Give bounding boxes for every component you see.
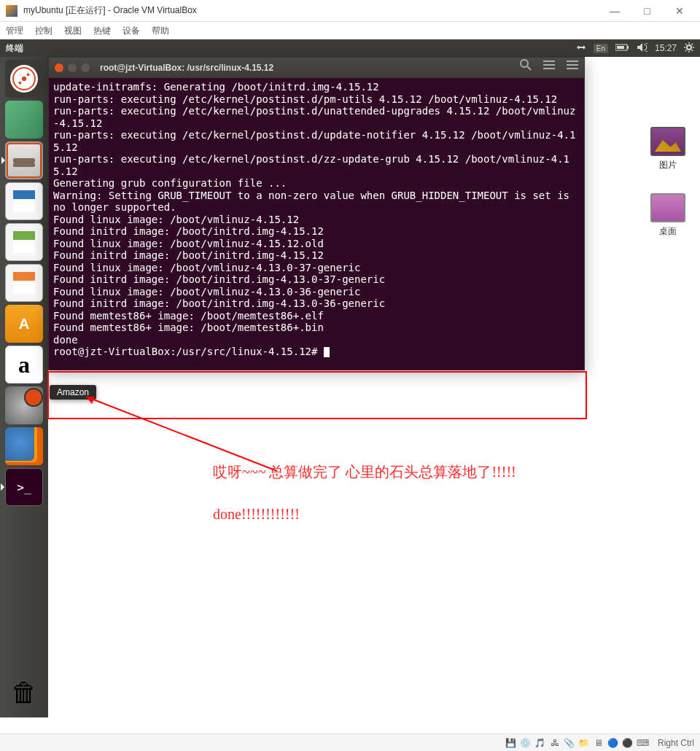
svg-rect-2 — [617, 46, 624, 49]
terminal-body[interactable]: update-initramfs: Generating /boot/initr… — [49, 78, 584, 370]
close-button[interactable]: ✕ — [665, 5, 694, 17]
vbox-window-title: myUbuntu [正在运行] - Oracle VM VirtualBox — [23, 4, 600, 17]
status-display-icon[interactable]: 🖥 — [593, 737, 604, 749]
launcher-amazon[interactable] — [5, 346, 43, 384]
svg-rect-1 — [627, 46, 629, 49]
terminal-window: root@jzt-VirtualBox: /usr/src/linux-4.15… — [48, 57, 585, 370]
launcher-software[interactable] — [5, 305, 43, 343]
svg-rect-10 — [567, 64, 578, 66]
terminal-close-button[interactable] — [55, 63, 63, 72]
battery-icon[interactable] — [615, 43, 630, 53]
ubuntu-launcher — [0, 57, 48, 717]
menu-control[interactable]: 控制 — [35, 25, 52, 37]
svg-rect-6 — [543, 61, 555, 62]
terminal-minimize-button[interactable] — [68, 63, 77, 72]
menu-manage[interactable]: 管理 — [6, 25, 23, 37]
terminal-titlebar[interactable]: root@jzt-VirtualBox: /usr/src/linux-4.15… — [49, 58, 584, 78]
status-shared-icon[interactable]: 📁 — [578, 737, 590, 749]
host-key-label: Right Ctrl — [658, 738, 694, 748]
virtualbox-icon — [6, 5, 18, 17]
menu-devices[interactable]: 设备 — [122, 25, 140, 37]
status-audio-icon[interactable]: 🎵 — [534, 737, 546, 749]
pictures-folder-icon — [650, 127, 685, 156]
host-key-modifier-icon: ⌨ — [637, 738, 649, 748]
desktop-label: 桌面 — [659, 225, 677, 238]
launcher-dash[interactable] — [5, 60, 43, 98]
svg-line-12 — [86, 397, 277, 471]
desktop-icon-desktop[interactable]: 桌面 — [650, 193, 685, 238]
annotation-text-1: 哎呀~~~ 总算做完了 心里的石头总算落地了!!!!! — [213, 462, 516, 482]
terminal-title: root@jzt-VirtualBox: /usr/src/linux-4.15… — [100, 63, 578, 73]
vbox-menubar: 管理 控制 视图 热键 设备 帮助 — [0, 22, 700, 39]
annotation-text-2: done!!!!!!!!!!!! — [213, 506, 300, 523]
svg-line-5 — [527, 66, 531, 70]
ubuntu-top-panel: 终端 En 15:27 — [0, 39, 700, 57]
menu-view[interactable]: 视图 — [64, 25, 82, 37]
network-icon[interactable] — [576, 43, 586, 54]
vbox-statusbar: 💾 💿 🎵 🖧 📎 📁 🖥 🔵 ⚫ ⌨ Right Ctrl — [0, 734, 700, 751]
launcher-calc[interactable] — [5, 223, 43, 261]
annotation-rectangle — [47, 371, 587, 419]
launcher-trash[interactable] — [5, 674, 43, 712]
terminal-maximize-button[interactable] — [81, 63, 90, 72]
svg-rect-9 — [567, 61, 578, 62]
window-controls: — □ ✕ — [600, 4, 694, 17]
language-indicator[interactable]: En — [594, 44, 608, 53]
launcher-settings[interactable] — [5, 386, 43, 424]
svg-rect-8 — [543, 68, 555, 69]
menu-help[interactable]: 帮助 — [152, 25, 169, 37]
desktop-icon-pictures[interactable]: 图片 — [650, 127, 685, 171]
launcher-tooltip: Amazon — [50, 385, 96, 400]
status-usb-icon[interactable]: 📎 — [564, 737, 575, 749]
svg-rect-7 — [543, 64, 555, 66]
menu-icon[interactable] — [567, 59, 578, 74]
gear-icon[interactable] — [684, 42, 694, 55]
list-icon[interactable] — [543, 59, 555, 74]
status-capture-icon[interactable]: 🔵 — [607, 737, 619, 749]
svg-point-4 — [521, 60, 528, 67]
clock[interactable]: 15:27 — [655, 43, 677, 53]
launcher-impress[interactable] — [5, 264, 43, 302]
status-power-icon[interactable]: ⚫ — [622, 737, 634, 749]
launcher-writer[interactable] — [5, 182, 43, 220]
launcher-files[interactable] — [5, 141, 43, 179]
vm-display[interactable]: 终端 En 15:27 Amazon 图片 桌面 — [0, 39, 700, 717]
vbox-titlebar[interactable]: myUbuntu [正在运行] - Oracle VM VirtualBox —… — [0, 0, 700, 22]
volume-icon[interactable] — [637, 43, 648, 54]
launcher-atom[interactable] — [5, 101, 43, 139]
status-cd-icon[interactable]: 💿 — [520, 737, 532, 749]
active-app-name: 终端 — [6, 42, 23, 55]
launcher-terminal[interactable] — [5, 468, 43, 506]
status-hdd-icon[interactable]: 💾 — [505, 737, 517, 749]
pictures-label: 图片 — [659, 159, 677, 171]
maximize-button[interactable]: □ — [633, 5, 662, 17]
status-net-icon[interactable]: 🖧 — [549, 737, 561, 749]
desktop-folder-icon — [650, 193, 685, 222]
menu-hotkeys[interactable]: 热键 — [93, 25, 111, 37]
svg-point-3 — [687, 45, 691, 50]
svg-rect-11 — [567, 68, 578, 69]
desktop-icons: 图片 桌面 — [650, 127, 685, 238]
minimize-button[interactable]: — — [600, 5, 629, 17]
search-icon[interactable] — [520, 59, 532, 74]
launcher-firefox[interactable] — [5, 427, 43, 465]
